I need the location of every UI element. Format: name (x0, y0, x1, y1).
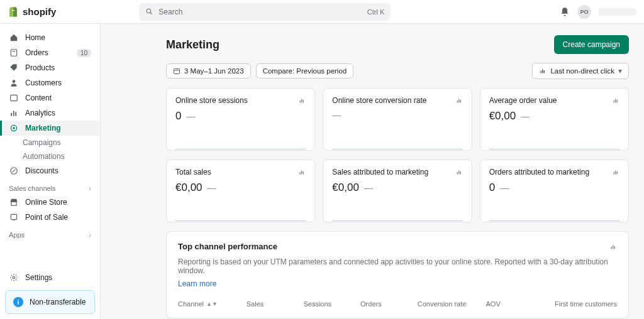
nav-analytics[interactable]: Analytics (0, 105, 100, 121)
compare-selector[interactable]: Compare: Previous period (256, 63, 354, 78)
gear-icon (9, 273, 19, 283)
metrics-row-2: Total sales €0,00— Sales attributed to m… (166, 160, 629, 222)
metrics-row-1: Online store sessions 0— Online store co… (166, 88, 629, 151)
svg-rect-14 (11, 202, 16, 205)
col-sales[interactable]: Sales (247, 300, 304, 308)
svg-rect-40 (616, 171, 618, 175)
metric-card-aov[interactable]: Average order value €0,00— (480, 88, 629, 151)
col-aov[interactable]: AOV (486, 300, 543, 308)
svg-rect-30 (615, 99, 616, 103)
info-icon: i (13, 297, 23, 307)
metric-card-conversion[interactable]: Online store conversion rate — (323, 88, 472, 151)
sparkline (489, 220, 619, 222)
date-range-picker[interactable]: 3 May–1 Jun 2023 (166, 63, 251, 78)
target-icon (9, 123, 19, 133)
col-sessions[interactable]: Sessions (303, 300, 360, 308)
user-avatar[interactable]: PO (577, 5, 591, 19)
calendar-icon (173, 67, 180, 75)
channel-performance-panel: Top channel performance Reporting is bas… (166, 231, 629, 318)
svg-rect-42 (613, 245, 614, 249)
notifications-button[interactable] (560, 7, 570, 17)
svg-rect-31 (616, 100, 618, 103)
svg-rect-7 (11, 113, 12, 116)
report-icon[interactable] (612, 97, 619, 104)
global-search[interactable]: Search Ctrl K (139, 3, 391, 21)
nav-settings[interactable]: Settings (0, 270, 100, 285)
attribution-selector[interactable]: Last non-direct click ▾ (532, 63, 629, 79)
panel-title: Top channel performance (178, 242, 277, 251)
nav-customers[interactable]: Customers (0, 75, 100, 90)
sidebar: Home Orders10 Products Customers Content… (0, 24, 101, 319)
filter-toolbar: 3 May–1 Jun 2023 Compare: Previous perio… (166, 63, 629, 79)
col-conversion[interactable]: Conversion rate (418, 300, 486, 308)
report-icon[interactable] (298, 168, 306, 176)
apps-header[interactable]: Apps› (0, 225, 100, 241)
svg-rect-43 (614, 246, 616, 249)
svg-rect-23 (300, 100, 301, 103)
svg-rect-15 (11, 214, 16, 219)
report-icon[interactable] (455, 168, 463, 176)
tag-icon (9, 63, 19, 73)
svg-rect-32 (300, 172, 301, 175)
nav-products[interactable]: Products (0, 60, 100, 75)
svg-rect-37 (460, 171, 461, 175)
home-icon (9, 33, 19, 43)
sparkline (332, 149, 462, 150)
metric-card-total-sales[interactable]: Total sales €0,00— (166, 160, 315, 222)
svg-point-17 (13, 276, 15, 279)
metric-card-attributed-sales[interactable]: Sales attributed to marketing €0,00— (323, 160, 472, 222)
nav-point-of-sale[interactable]: Point of Sale (0, 210, 100, 225)
panel-description: Reporting is based on your UTM parameter… (178, 257, 617, 275)
nav-discounts[interactable]: Discounts (0, 163, 100, 178)
brand-text: shopify (23, 6, 56, 17)
report-icon[interactable] (612, 168, 619, 176)
sparkline (175, 220, 306, 222)
store-icon (9, 197, 19, 207)
chevron-down-icon: ▾ (618, 67, 622, 75)
sales-channels-header[interactable]: Sales channels› (0, 178, 100, 195)
col-channel[interactable]: Channel▲▼ (178, 300, 247, 308)
col-orders[interactable]: Orders (360, 300, 418, 308)
svg-rect-25 (303, 100, 304, 103)
svg-rect-3 (11, 50, 16, 57)
brand-logo[interactable]: shopify (8, 6, 56, 18)
search-placeholder: Search (158, 8, 182, 16)
svg-line-2 (150, 13, 152, 14)
nav-campaigns[interactable]: Campaigns (0, 136, 100, 149)
svg-rect-26 (457, 100, 458, 103)
report-icon[interactable] (455, 97, 463, 104)
svg-rect-24 (301, 99, 303, 103)
svg-rect-34 (303, 171, 304, 175)
learn-more-link[interactable]: Learn more (178, 279, 216, 288)
content-area: Marketing Create campaign 3 May–1 Jun 20… (101, 24, 644, 319)
svg-rect-38 (613, 172, 614, 175)
svg-point-1 (147, 9, 152, 13)
report-icon[interactable] (298, 97, 306, 104)
non-transferable-banner[interactable]: i Non-transferable (5, 290, 95, 314)
svg-rect-27 (458, 99, 460, 103)
create-campaign-button[interactable]: Create campaign (554, 35, 629, 54)
nav-home[interactable]: Home (0, 30, 100, 45)
pos-icon (9, 212, 19, 222)
svg-rect-33 (301, 171, 303, 175)
svg-rect-18 (174, 69, 180, 74)
nav-orders[interactable]: Orders10 (0, 45, 100, 60)
report-icon[interactable] (609, 243, 617, 251)
orders-badge: 10 (77, 49, 91, 57)
nav-online-store[interactable]: Online Store (0, 195, 100, 210)
nav-marketing[interactable]: Marketing (0, 121, 100, 136)
metric-card-sessions[interactable]: Online store sessions 0— (166, 88, 315, 151)
nav-automations[interactable]: Automations (0, 149, 100, 163)
channel-table-header: Channel▲▼ Sales Sessions Orders Conversi… (178, 300, 617, 308)
svg-rect-21 (542, 70, 543, 73)
svg-rect-39 (615, 171, 616, 175)
topbar: shopify Search Ctrl K PO (0, 0, 644, 24)
svg-rect-35 (457, 172, 458, 175)
bell-icon (560, 7, 570, 17)
svg-rect-20 (541, 71, 542, 73)
metric-card-attributed-orders[interactable]: Orders attributed to marketing 0— (480, 160, 629, 222)
nav-content[interactable]: Content (0, 90, 100, 105)
col-first-time[interactable]: First time customers (543, 300, 617, 308)
orders-icon (9, 48, 19, 58)
person-icon (9, 78, 19, 88)
